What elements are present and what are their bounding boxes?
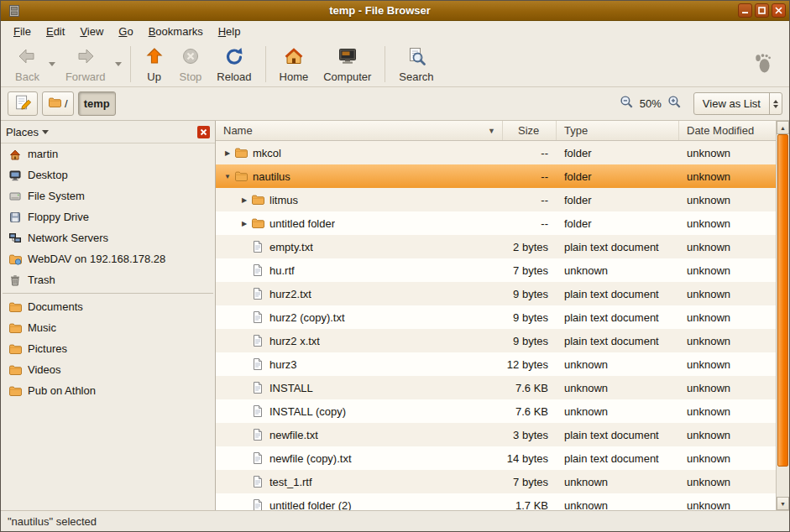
maximize-button[interactable] (755, 3, 769, 18)
forward-button[interactable]: Forward (58, 44, 113, 85)
zoom-in-icon[interactable] (667, 95, 682, 112)
file-name: newfile.txt (269, 429, 318, 441)
file-row-mkcol[interactable]: ▶mkcol--folderunknown (216, 141, 776, 164)
file-row-untitled-folder[interactable]: ▶untitled folder--folderunknown (216, 211, 776, 235)
file-name: nautilus (253, 170, 290, 183)
sidebar-item-file-system[interactable]: File System (1, 185, 215, 206)
titlebar[interactable]: temp - File Browser (1, 1, 789, 21)
file-date-modified: unknown (679, 476, 776, 488)
file-type: plain text document (557, 429, 679, 441)
trash-icon (8, 274, 22, 287)
forward-history-dropdown[interactable] (113, 44, 124, 85)
sidebar-item-label: martin (28, 148, 58, 160)
sidebar-item-pictures[interactable]: Pictures (1, 338, 215, 359)
sidebar-item-floppy-drive[interactable]: Floppy Drive (1, 206, 215, 227)
sort-indicator-icon: ▼ (488, 127, 495, 135)
text-file-icon (251, 240, 264, 253)
file-size: 1.7 KB (503, 499, 557, 511)
scrollbar-thumb[interactable] (777, 134, 788, 467)
file-row-newfile-copy-txt[interactable]: newfile (copy).txt14 bytesplain text doc… (216, 446, 776, 470)
file-date-modified: unknown (679, 311, 776, 324)
file-row-hurz3[interactable]: hurz312 bytesunknownunknown (216, 352, 776, 376)
stop-button[interactable]: Stop (172, 44, 210, 85)
up-button[interactable]: Up (137, 44, 172, 85)
folder-icon (234, 146, 248, 159)
places-sidebar: Places martinDesktopFile SystemFloppy Dr… (1, 121, 216, 510)
sidebar-item-videos[interactable]: Videos (1, 359, 215, 380)
column-header-name[interactable]: Name ▼ (216, 121, 503, 140)
column-header-date-modified[interactable]: Date Modified (679, 121, 776, 140)
computer-button[interactable]: Computer (316, 44, 379, 85)
minimize-button[interactable] (738, 3, 752, 18)
home-icon (8, 148, 22, 161)
folder-icon (8, 321, 22, 335)
search-button[interactable]: Search (391, 44, 441, 85)
file-date-modified: unknown (679, 335, 776, 347)
sidebar-header[interactable]: Places (1, 121, 215, 143)
file-date-modified: unknown (679, 288, 776, 300)
file-size: 14 bytes (503, 452, 557, 465)
text-file-icon (251, 357, 264, 371)
expander-icon[interactable]: ▶ (238, 196, 251, 204)
file-row-hurz2-x-txt[interactable]: hurz2 x.txt9 bytesplain text documentunk… (216, 329, 776, 352)
path-button-root[interactable]: / (42, 91, 74, 116)
column-header-size[interactable]: Size (503, 121, 557, 140)
file-row-test-1-rtf[interactable]: test_1.rtf7 bytesunknownunknown (216, 470, 776, 493)
file-row-untitled-folder-2[interactable]: untitled folder (2)1.7 KBunknownunknown (216, 493, 776, 510)
toggle-location-entry-button[interactable] (8, 91, 38, 116)
file-row-nautilus[interactable]: ▼nautilus--folderunknown (216, 164, 776, 188)
expander-icon[interactable]: ▼ (221, 173, 234, 180)
sidebar-item-desktop[interactable]: Desktop (1, 164, 215, 185)
file-row-install-copy[interactable]: INSTALL (copy)7.6 KBunknownunknown (216, 399, 776, 423)
sidebar-item-trash[interactable]: Trash (1, 269, 215, 290)
file-row-litmus[interactable]: ▶litmus--folderunknown (216, 188, 776, 211)
file-size: 7.6 KB (503, 382, 557, 394)
expander-icon[interactable]: ▶ (238, 220, 251, 227)
sidebar-item-label: Floppy Drive (28, 211, 89, 223)
file-row-hurz2-copy-txt[interactable]: hurz2 (copy).txt9 bytesplain text docume… (216, 305, 776, 329)
file-size: -- (503, 147, 557, 159)
close-sidebar-button[interactable] (197, 126, 210, 138)
file-row-empty-txt[interactable]: empty.txt2 bytesplain text documentunkno… (216, 235, 776, 258)
scroll-up-button[interactable]: ▲ (777, 121, 789, 134)
sidebar-item-documents[interactable]: Documents (1, 296, 215, 317)
close-button[interactable] (772, 3, 786, 18)
back-button[interactable]: Back (8, 44, 47, 85)
file-row-hurz2-txt[interactable]: hurz2.txt9 bytesplain text documentunkno… (216, 282, 776, 305)
back-history-dropdown[interactable] (47, 44, 58, 85)
text-file-icon (251, 498, 264, 510)
scroll-down-button[interactable]: ▼ (777, 497, 789, 510)
menu-file[interactable]: File (6, 23, 39, 40)
reload-button[interactable]: Reload (209, 44, 259, 85)
view-mode-select[interactable]: View as List (693, 92, 782, 115)
file-size: -- (503, 194, 557, 206)
sidebar-item-webdav-on-192-168-178-28[interactable]: WebDAV on 192.168.178.28 (1, 248, 215, 269)
menu-go[interactable]: Go (111, 23, 140, 40)
expander-icon[interactable]: ▶ (221, 149, 234, 157)
menu-view[interactable]: View (72, 23, 111, 40)
file-row-install[interactable]: INSTALL7.6 KBunknownunknown (216, 376, 776, 399)
view-mode-spinner[interactable] (769, 93, 782, 114)
window-icon (8, 4, 21, 18)
path-button-current[interactable]: temp (78, 91, 116, 116)
sidebar-item-pub-on-athlon[interactable]: Pub on Athlon (1, 380, 215, 401)
sidebar-item-music[interactable]: Music (1, 317, 215, 338)
file-size: 12 bytes (503, 358, 557, 371)
vertical-scrollbar[interactable]: ▲ ▼ (776, 121, 789, 510)
home-button[interactable]: Home (272, 44, 317, 85)
zoom-out-icon[interactable] (620, 95, 634, 112)
column-header-type[interactable]: Type (557, 121, 679, 140)
menu-bookmarks[interactable]: Bookmarks (141, 23, 211, 40)
file-row-hu-rtf[interactable]: hu.rtf7 bytesunknownunknown (216, 258, 776, 282)
file-row-newfile-txt[interactable]: newfile.txt3 bytesplain text documentunk… (216, 423, 776, 446)
sidebar-separator (3, 293, 213, 294)
folder-icon (251, 216, 264, 230)
text-file-icon (251, 287, 264, 300)
sidebar-item-martin[interactable]: martin (1, 143, 215, 164)
menu-help[interactable]: Help (211, 23, 249, 40)
file-name: mkcol (253, 147, 281, 159)
menu-edit[interactable]: Edit (39, 23, 72, 40)
forward-icon (76, 46, 96, 70)
sidebar-item-label: Videos (28, 363, 61, 376)
sidebar-item-network-servers[interactable]: Network Servers (1, 227, 215, 248)
